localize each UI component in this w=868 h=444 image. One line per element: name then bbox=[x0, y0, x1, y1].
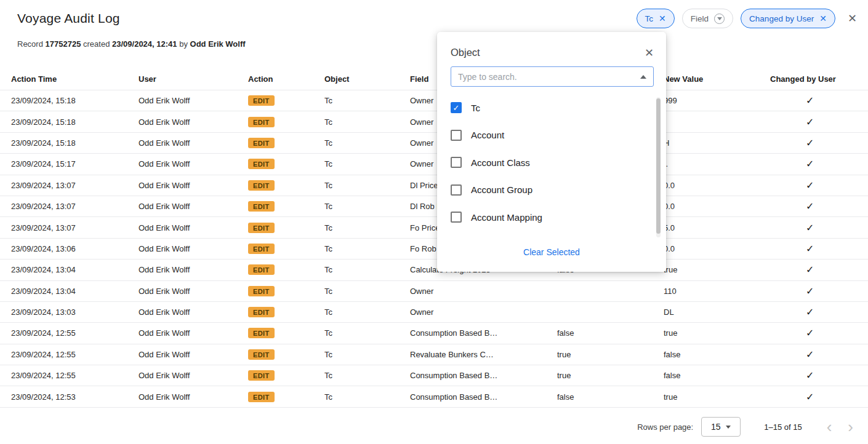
edit-action-badge: EDIT bbox=[248, 180, 275, 191]
check-icon: ✓ bbox=[806, 392, 814, 402]
cell-object: Tc bbox=[324, 159, 410, 168]
cell-action: EDIT bbox=[248, 138, 324, 148]
cell-action: EDIT bbox=[248, 349, 324, 360]
page-title: Voyage Audit Log bbox=[17, 11, 120, 26]
column-header-user: User bbox=[139, 74, 248, 84]
chip-clear-icon[interactable]: ✕ bbox=[819, 14, 827, 23]
next-page-button[interactable]: › bbox=[848, 419, 853, 435]
cell-action-time: 23/09/2024, 13:06 bbox=[11, 244, 139, 253]
check-icon: ✓ bbox=[806, 244, 814, 254]
cell-action: EDIT bbox=[248, 117, 324, 127]
cell-new-value: 0.0 bbox=[664, 244, 770, 253]
column-header-action: Action bbox=[248, 74, 324, 84]
object-filter-popup: Object ✕ Type to search. ✓TcAccountAccou… bbox=[437, 32, 666, 272]
scrollbar-thumb[interactable] bbox=[656, 98, 661, 234]
cell-changed-by-user: ✓ bbox=[770, 264, 868, 276]
cell-field: Consumption Based B… bbox=[410, 371, 557, 380]
cell-object: Tc bbox=[324, 328, 410, 338]
cell-action-time: 23/09/2024, 13:07 bbox=[11, 223, 139, 232]
cell-action-time: 23/09/2024, 15:17 bbox=[11, 159, 139, 168]
cell-user: Odd Erik Wolff bbox=[139, 392, 248, 402]
cell-action: EDIT bbox=[248, 286, 324, 296]
checkbox-unchecked-icon[interactable] bbox=[451, 130, 462, 141]
filter-chip-changed-by-user[interactable]: Changed by User✕ bbox=[741, 9, 835, 28]
cell-user: Odd Erik Wolff bbox=[139, 159, 248, 168]
checkbox-unchecked-icon[interactable] bbox=[451, 184, 462, 196]
checkbox-checked-icon[interactable]: ✓ bbox=[451, 102, 462, 113]
check-icon: ✓ bbox=[806, 138, 814, 148]
cell-field: Consumption Based B… bbox=[410, 392, 557, 402]
chip-clear-icon[interactable]: ✕ bbox=[659, 14, 666, 23]
cell-new-value: 0.0 bbox=[664, 202, 770, 211]
cell-object: Tc bbox=[324, 138, 410, 148]
cell-new-value: H bbox=[664, 138, 770, 148]
table-row: 23/09/2024, 12:55Odd Erik WolffEDITTcCon… bbox=[0, 365, 868, 386]
check-icon: ✓ bbox=[806, 117, 814, 127]
cell-changed-by-user: ✓ bbox=[770, 180, 868, 191]
cell-changed-by-user: ✓ bbox=[770, 243, 868, 255]
clear-selected-link[interactable]: Clear Selected bbox=[437, 247, 666, 257]
cell-changed-by-user: ✓ bbox=[770, 349, 868, 360]
cell-user: Odd Erik Wolff bbox=[139, 202, 248, 211]
check-icon: ✓ bbox=[806, 223, 814, 233]
cell-changed-by-user: ✓ bbox=[770, 285, 868, 297]
chip-label: Changed by User bbox=[749, 14, 814, 23]
column-header-action-time: Action Time bbox=[11, 74, 139, 84]
cell-old-value: false bbox=[557, 392, 664, 402]
scrollbar[interactable] bbox=[656, 97, 661, 237]
cell-field: Consumption Based B… bbox=[410, 328, 557, 338]
option-label: Tc bbox=[471, 103, 480, 113]
cell-new-value: 0.0 bbox=[664, 181, 770, 190]
filter-chip-field[interactable]: Field bbox=[682, 9, 733, 28]
table-row: 23/09/2024, 15:17Odd Erik WolffEDITTcOwn… bbox=[0, 154, 868, 175]
cell-user: Odd Erik Wolff bbox=[139, 350, 248, 359]
edit-action-badge: EDIT bbox=[248, 307, 275, 317]
cell-object: Tc bbox=[324, 181, 410, 190]
check-icon: ✓ bbox=[806, 370, 814, 381]
record-label: Record bbox=[17, 39, 43, 49]
edit-action-badge: EDIT bbox=[248, 264, 275, 275]
table-header-row: Action TimeUserActionObjectFieldNew Valu… bbox=[0, 68, 868, 90]
filter-chip-tc[interactable]: Tc✕ bbox=[637, 9, 675, 28]
edit-action-badge: EDIT bbox=[248, 392, 275, 402]
cell-object: Tc bbox=[324, 371, 410, 380]
chip-dropdown-icon[interactable] bbox=[714, 14, 725, 24]
table-row: 23/09/2024, 12:55Odd Erik WolffEDITTcRev… bbox=[0, 344, 868, 365]
object-option-account[interactable]: Account bbox=[437, 122, 666, 149]
cell-user: Odd Erik Wolff bbox=[139, 223, 248, 232]
previous-page-button[interactable]: ‹ bbox=[827, 419, 832, 435]
voyage-audit-log-page: Voyage Audit Log Tc✕FieldChanged by User… bbox=[0, 0, 868, 444]
edit-action-badge: EDIT bbox=[248, 328, 275, 338]
cell-changed-by-user: ✓ bbox=[770, 158, 868, 170]
cell-object: Tc bbox=[324, 96, 410, 105]
cell-action-time: 23/09/2024, 13:04 bbox=[11, 265, 139, 274]
cell-action-time: 23/09/2024, 12:55 bbox=[11, 350, 139, 359]
cell-user: Odd Erik Wolff bbox=[139, 96, 248, 105]
object-search-input[interactable]: Type to search. bbox=[451, 66, 654, 87]
rows-per-page-select[interactable]: 15 bbox=[701, 417, 741, 437]
object-option-account-class[interactable]: Account Class bbox=[437, 149, 666, 176]
object-option-tc[interactable]: ✓Tc bbox=[437, 94, 666, 122]
created-label: created bbox=[83, 39, 110, 49]
edit-action-badge: EDIT bbox=[248, 95, 275, 106]
cell-new-value: true bbox=[664, 265, 770, 274]
cell-new-value: .. bbox=[664, 159, 770, 168]
popup-close-icon[interactable]: ✕ bbox=[645, 47, 654, 58]
cell-object: Tc bbox=[324, 202, 410, 211]
object-option-account-mapping[interactable]: Account Mapping bbox=[437, 204, 666, 231]
check-icon: ✓ bbox=[806, 95, 814, 106]
pagination-footer: Rows per page: 15 1–15 of 15 ‹ › bbox=[0, 410, 868, 444]
cell-object: Tc bbox=[324, 265, 410, 274]
checkbox-unchecked-icon[interactable] bbox=[451, 157, 462, 168]
edit-action-badge: EDIT bbox=[248, 370, 275, 381]
table-row: 23/09/2024, 12:53Odd Erik WolffEDITTcCon… bbox=[0, 386, 868, 407]
cell-changed-by-user: ✓ bbox=[770, 200, 868, 212]
cell-action: EDIT bbox=[248, 328, 324, 338]
cell-action-time: 23/09/2024, 13:04 bbox=[11, 287, 139, 296]
checkbox-unchecked-icon[interactable] bbox=[451, 212, 462, 223]
close-icon[interactable]: ✕ bbox=[848, 13, 857, 24]
caret-up-icon bbox=[640, 75, 646, 79]
cell-action: EDIT bbox=[248, 392, 324, 402]
cell-action: EDIT bbox=[248, 180, 324, 191]
object-option-account-group[interactable]: Account Group bbox=[437, 176, 666, 204]
